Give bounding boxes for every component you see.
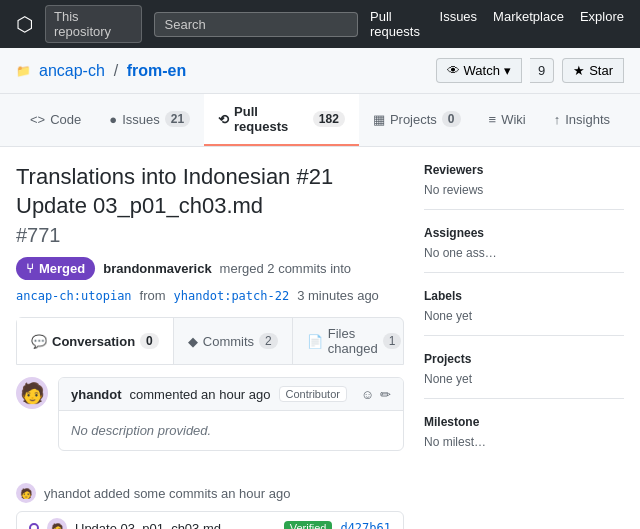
repo-path: ancap-ch / from-en <box>39 60 186 81</box>
nav-explore[interactable]: Explore <box>580 9 624 39</box>
projects-label: Projects <box>424 352 624 366</box>
commit-dot-icon-0 <box>29 523 39 529</box>
reviewers-value: No reviews <box>424 183 624 197</box>
github-logo[interactable]: ⬡ <box>16 12 33 36</box>
eye-icon: 👁 <box>447 63 460 78</box>
commits-header-text: yhandot added some commits an hour ago <box>44 486 290 501</box>
chevron-down-icon: ▾ <box>504 63 511 78</box>
pr-content: Translations into Indonesian #21 Update … <box>0 147 640 529</box>
star-label: Star <box>589 63 613 78</box>
watch-label: Watch <box>464 63 500 78</box>
nav-pull-requests[interactable]: Pull requests <box>370 9 424 39</box>
git-merge-icon: ⑂ <box>26 261 34 276</box>
pr-from-word: from <box>140 288 166 303</box>
projects-section: Projects None yet <box>424 352 624 399</box>
commits-section: 🧑 yhandot added some commits an hour ago… <box>16 475 404 529</box>
commenter-avatar: 🧑 <box>16 377 48 409</box>
projects-icon: ▦ <box>373 112 385 127</box>
comment-body: No description provided. <box>59 411 403 450</box>
commits-label: Commits <box>203 334 254 349</box>
conversation-count: 0 <box>140 333 159 349</box>
merged-label: Merged <box>39 261 85 276</box>
repo-header: 📁 ancap-ch / from-en 👁 Watch ▾ 9 ★ Star <box>0 48 640 94</box>
tab-pr-label: Pull requests <box>234 104 308 134</box>
assignees-label: Assignees <box>424 226 624 240</box>
comment-header: yhandot commented an hour ago Contributo… <box>59 378 403 411</box>
nav-issues[interactable]: Issues <box>440 9 478 39</box>
files-label: Files changed <box>328 326 378 356</box>
conversation-icon: 💬 <box>31 334 47 349</box>
sub-tab-files[interactable]: 📄 Files changed 1 <box>293 318 416 364</box>
assignees-value: No one ass… <box>424 246 624 260</box>
nav-links: Pull requests Issues Marketplace Explore <box>370 9 624 39</box>
pr-head-branch[interactable]: yhandot:patch-22 <box>174 289 290 303</box>
watch-button[interactable]: 👁 Watch ▾ <box>436 58 522 83</box>
sub-tab-conversation[interactable]: 💬 Conversation 0 <box>17 318 174 364</box>
tab-issues[interactable]: ● Issues 21 <box>95 94 204 146</box>
repo-name-link[interactable]: from-en <box>127 62 187 79</box>
assignees-section: Assignees No one ass… <box>424 226 624 273</box>
tab-code[interactable]: <> Code <box>16 94 95 146</box>
pr-status: ⑂ Merged brandonmaverick merged 2 commit… <box>16 257 404 303</box>
reviewers-label: Reviewers <box>424 163 624 177</box>
comment-actions: ☺ ✏ <box>361 387 391 402</box>
insights-icon: ↑ <box>554 112 561 127</box>
repo-slash: / <box>114 62 123 79</box>
tab-insights[interactable]: ↑ Insights <box>540 94 624 146</box>
conversation-label: Conversation <box>52 334 135 349</box>
pr-merge-info: merged 2 commits into <box>220 261 352 276</box>
reviewers-section: Reviewers No reviews <box>424 163 624 210</box>
edit-button[interactable]: ✏ <box>380 387 391 402</box>
commits-icon: ◆ <box>188 334 198 349</box>
milestone-value: No milest… <box>424 435 624 449</box>
tab-pull-requests[interactable]: ⟲ Pull requests 182 <box>204 94 359 146</box>
comment-author[interactable]: yhandot <box>71 387 122 402</box>
comment-with-avatar: 🧑 yhandot commented an hour ago Contribu… <box>16 377 404 463</box>
comment-header-left: yhandot commented an hour ago Contributo… <box>71 386 347 402</box>
pr-icon: ⟲ <box>218 112 229 127</box>
pr-title: Translations into Indonesian #21 Update … <box>16 163 404 220</box>
pr-time: 3 minutes ago <box>297 288 379 303</box>
commits-author-avatar: 🧑 <box>16 483 36 503</box>
comment-time: commented an hour ago <box>130 387 271 402</box>
commit-avatar-0: 🧑 <box>47 518 67 529</box>
pr-sub-tabs: 💬 Conversation 0 ◆ Commits 2 📄 Files cha… <box>16 317 404 365</box>
emoji-button[interactable]: ☺ <box>361 387 374 402</box>
nav-marketplace[interactable]: Marketplace <box>493 9 564 39</box>
commits-list: 🧑 Update 03_p01_ch03.md Verified d427b61… <box>16 511 404 529</box>
merged-badge: ⑂ Merged <box>16 257 95 280</box>
commit-msg-0: Update 03_p01_ch03.md <box>75 521 284 529</box>
issues-count: 21 <box>165 111 190 127</box>
tab-insights-label: Insights <box>565 112 610 127</box>
repo-owner-link[interactable]: ancap-ch <box>39 62 105 79</box>
pr-main: Translations into Indonesian #21 Update … <box>16 163 404 529</box>
tab-projects[interactable]: ▦ Projects 0 <box>359 94 475 146</box>
pr-count: 182 <box>313 111 345 127</box>
repo-tabs: <> Code ● Issues 21 ⟲ Pull requests 182 … <box>0 94 640 147</box>
milestone-label: Milestone <box>424 415 624 429</box>
files-count: 1 <box>383 333 402 349</box>
repo-scope: This repository <box>45 5 142 43</box>
star-icon: ★ <box>573 63 585 78</box>
commit-hash-0[interactable]: d427b61 <box>340 521 391 529</box>
sub-tab-commits[interactable]: ◆ Commits 2 <box>174 318 293 364</box>
pr-number: #771 <box>16 224 404 247</box>
projects-count: 0 <box>442 111 461 127</box>
star-button[interactable]: ★ Star <box>562 58 624 83</box>
comment-right: yhandot commented an hour ago Contributo… <box>58 377 404 463</box>
pr-sidebar: Reviewers No reviews Assignees No one as… <box>424 163 624 529</box>
verified-badge-0: Verified <box>284 521 333 529</box>
issues-icon: ● <box>109 112 117 127</box>
commit-row-0: 🧑 Update 03_p01_ch03.md Verified d427b61 <box>17 512 403 529</box>
comment-box: yhandot commented an hour ago Contributo… <box>58 377 404 451</box>
contributor-badge: Contributor <box>279 386 347 402</box>
code-icon: <> <box>30 112 45 127</box>
tab-wiki[interactable]: ≡ Wiki <box>475 94 540 146</box>
search-input[interactable]: Search <box>154 12 358 37</box>
tab-wiki-label: Wiki <box>501 112 526 127</box>
pr-base-branch[interactable]: ancap-ch:utopian <box>16 289 132 303</box>
files-icon: 📄 <box>307 334 323 349</box>
tab-issues-label: Issues <box>122 112 160 127</box>
tab-projects-label: Projects <box>390 112 437 127</box>
commits-count: 2 <box>259 333 278 349</box>
